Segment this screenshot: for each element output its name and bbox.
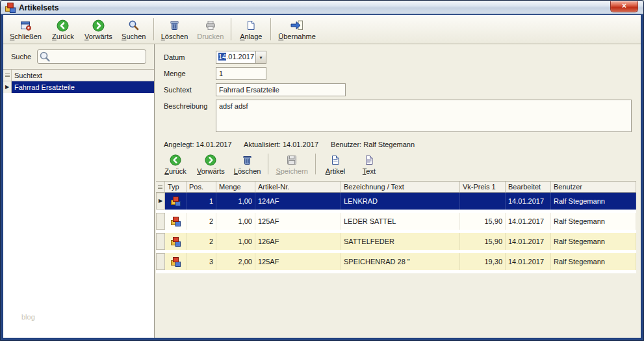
search-label: Suche	[11, 53, 31, 61]
grid-corner-icon	[156, 182, 165, 192]
datum-input[interactable]: 14.01.2017 ▼	[216, 51, 266, 64]
sidebar: Suche Suchtext ▶ Fahrrad Ersatzteile	[3, 44, 155, 338]
list-item-label: Fahrrad Ersatzteile	[12, 81, 154, 93]
cell-vk-preis	[460, 193, 506, 210]
uebernahme-button[interactable]: Übernahme	[274, 16, 320, 43]
new-document-icon	[246, 19, 256, 32]
cell-menge: 1,00	[216, 233, 255, 250]
row-marker: ▶	[3, 81, 12, 93]
save-icon	[287, 154, 297, 167]
detail-form: Datum 14.01.2017 ▼ Menge Suchtext	[155, 44, 641, 135]
list-header[interactable]: Suchtext	[3, 70, 154, 81]
loeschen-button[interactable]: Löschen	[157, 16, 193, 43]
table-row[interactable]: 3 2,00 125AF SPEICHENRAD 28 " 19,30 14.0…	[156, 253, 636, 273]
cell-bearbeitet: 14.01.2017	[506, 193, 551, 210]
search-results-list: Suchtext ▶ Fahrrad Ersatzteile blog	[3, 69, 154, 338]
column-header-pos[interactable]: Pos.	[187, 182, 216, 192]
zurueck-button[interactable]: Zurück	[46, 16, 80, 43]
article-icon	[330, 154, 341, 167]
suchtext-input[interactable]	[216, 83, 346, 96]
printer-icon	[205, 19, 216, 32]
column-header-bearbeitet[interactable]: Bearbeitet	[506, 182, 551, 192]
suchtext-label: Suchtext	[164, 83, 216, 94]
row-marker	[156, 213, 165, 230]
artikel-button[interactable]: Artikel	[318, 151, 352, 177]
datum-value: 14.01.2017	[216, 51, 255, 63]
column-header-benutzer[interactable]: Benutzer	[551, 182, 636, 192]
window-title: Artikelsets	[19, 3, 58, 12]
cell-menge: 2,00	[216, 253, 255, 270]
forward-icon	[205, 154, 216, 167]
beschreibung-input[interactable]: adsf adsf	[216, 100, 632, 132]
article-type-icon	[165, 213, 187, 230]
article-type-icon	[165, 233, 187, 250]
search-box	[37, 49, 146, 64]
cell-vk-preis: 15,90	[460, 213, 506, 230]
column-header-menge[interactable]: Menge	[216, 182, 255, 192]
app-window: Artikelsets × Schließen Zurück Vorwärts …	[0, 0, 644, 341]
toolbar-separator	[153, 18, 154, 40]
cell-artikel-nr: 125AF	[255, 213, 341, 230]
list-item[interactable]: ▶ Fahrrad Ersatzteile	[3, 81, 154, 93]
datum-label: Datum	[164, 51, 216, 61]
watermark-text: blog	[21, 313, 35, 321]
toolbar-separator	[315, 154, 316, 174]
grid-header: Typ Pos. Menge Artikel-Nr. Bezeichnung /…	[156, 181, 636, 193]
cell-pos: 2	[187, 233, 216, 250]
toolbar-separator	[231, 18, 231, 40]
table-row[interactable]: ▶ 1 1,00 124AF LENKRAD 14.01.2017 Ralf S…	[156, 193, 636, 213]
back-icon	[170, 154, 181, 167]
cell-bearbeitet: 14.01.2017	[506, 233, 551, 250]
cell-bezeichnung: LEDER SATTEL	[341, 213, 460, 230]
detail-vorwaerts-button[interactable]: Vorwärts	[192, 151, 229, 177]
cell-benutzer: Ralf Stegemann	[551, 213, 636, 230]
cell-pos: 3	[187, 253, 216, 270]
cell-pos: 2	[187, 213, 216, 230]
column-header-typ[interactable]: Typ	[165, 182, 187, 192]
table-row[interactable]: 2 1,00 125AF LEDER SATTEL 15,90 14.01.20…	[156, 213, 636, 233]
column-header-artikel-nr[interactable]: Artikel-Nr.	[255, 182, 341, 192]
schliessen-button[interactable]: Schließen	[5, 16, 46, 43]
cell-vk-preis: 15,90	[460, 233, 506, 250]
cell-menge: 1,00	[216, 213, 255, 230]
column-header-bezeichnung[interactable]: Bezeichnung / Text	[341, 182, 460, 192]
cell-vk-preis: 19,30	[460, 253, 506, 270]
positions-grid: Typ Pos. Menge Artikel-Nr. Bezeichnung /…	[156, 181, 636, 273]
detail-loeschen-button[interactable]: Löschen	[229, 151, 266, 177]
list-header-label: Suchtext	[12, 70, 42, 81]
suchen-button[interactable]: Suchen	[117, 16, 151, 43]
vorwaerts-button[interactable]: Vorwärts	[80, 16, 117, 43]
cell-menge: 1,00	[216, 193, 255, 210]
toolbar-separator	[268, 154, 268, 174]
trash-icon	[242, 154, 253, 167]
speichern-button: Speichern	[271, 151, 313, 177]
menge-label: Menge	[164, 67, 216, 77]
cell-bezeichnung: SPEICHENRAD 28 "	[341, 253, 460, 270]
table-row[interactable]: 2 1,00 126AF SATTELFEDER 15,90 14.01.201…	[156, 233, 636, 253]
search-row: Suche	[3, 44, 154, 69]
transfer-icon	[290, 19, 303, 32]
datum-dropdown-button[interactable]: ▼	[255, 51, 266, 63]
app-icon	[5, 3, 16, 13]
title-bar: Artikelsets	[1, 1, 643, 14]
column-header-vk-preis[interactable]: Vk-Preis 1	[460, 182, 506, 192]
cell-benutzer: Ralf Stegemann	[551, 193, 636, 210]
close-button[interactable]: ×	[610, 1, 638, 12]
anlage-button[interactable]: Anlage	[234, 16, 268, 43]
cell-artikel-nr: 124AF	[255, 193, 341, 210]
cell-benutzer: Ralf Stegemann	[551, 233, 636, 250]
text-icon	[364, 154, 374, 167]
back-icon	[57, 19, 69, 32]
row-marker	[156, 233, 165, 250]
text-button[interactable]: Text	[352, 151, 386, 177]
search-icon	[128, 19, 140, 32]
menge-input[interactable]	[216, 67, 266, 80]
detail-zurueck-button[interactable]: Zurück	[159, 151, 192, 177]
cell-bearbeitet: 14.01.2017	[506, 213, 551, 230]
main-toolbar: Schließen Zurück Vorwärts Suchen Löschen	[3, 15, 641, 44]
search-input[interactable]	[37, 49, 146, 64]
grid-body: ▶ 1 1,00 124AF LENKRAD 14.01.2017 Ralf S…	[156, 193, 636, 273]
toolbar-separator	[270, 18, 271, 40]
article-type-icon	[165, 193, 187, 210]
cell-pos: 1	[187, 193, 216, 210]
